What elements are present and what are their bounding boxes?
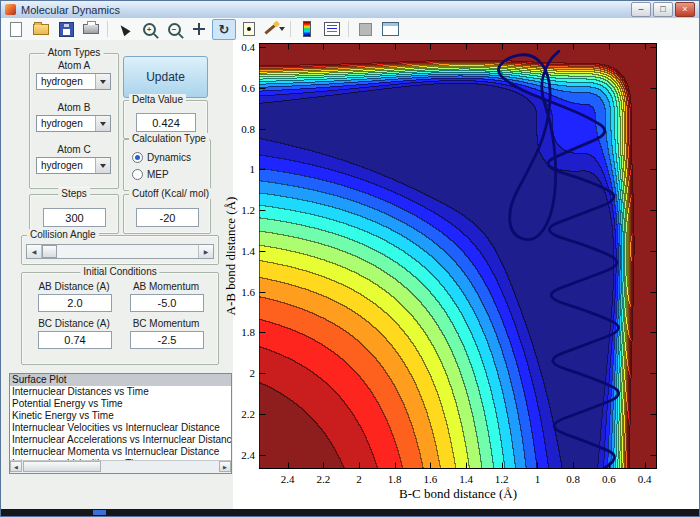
dropdown-value: hydrogen xyxy=(37,158,95,173)
show-plot-tools-icon xyxy=(382,22,399,36)
y-tick-label: 2.2 xyxy=(229,408,255,420)
ab-distance-a-field[interactable]: 2.0 xyxy=(38,294,112,312)
potential-surface-canvas[interactable] xyxy=(259,43,657,469)
pan-button[interactable] xyxy=(187,19,211,40)
hide-plot-tools-icon xyxy=(359,23,372,36)
chevron-down-icon xyxy=(100,80,106,84)
radio-label: MEP xyxy=(147,169,169,180)
x-tick-label: 0.4 xyxy=(638,473,652,485)
list-item[interactable]: Surface Plot xyxy=(10,374,231,386)
x-tick-label: 2.2 xyxy=(316,473,330,485)
x-tick-label: 2.4 xyxy=(281,473,295,485)
atom-b-label: Atom B xyxy=(30,102,118,113)
dropdown-arrow-button[interactable] xyxy=(95,74,110,89)
collision-angle-slider[interactable] xyxy=(26,244,214,259)
close-button[interactable]: × xyxy=(675,2,695,17)
window-controls: – □ × xyxy=(631,2,695,17)
calculation-type-panel: Calculation Type DynamicsMEP xyxy=(123,139,211,191)
dropdown-arrow-button[interactable] xyxy=(95,116,110,131)
toolbar: ↻ xyxy=(1,18,699,41)
dropdown-arrow-button[interactable] xyxy=(95,158,110,173)
bc-momentum-field[interactable]: -2.5 xyxy=(130,331,204,349)
edit-cursor-button[interactable] xyxy=(112,19,136,40)
title-bar[interactable]: Molecular Dynamics – □ × xyxy=(1,1,699,19)
delta-value-title: Delta Value xyxy=(129,94,186,105)
scroll-left-icon[interactable] xyxy=(10,461,22,472)
scrollbar-track[interactable] xyxy=(22,461,219,473)
zoom-in-button[interactable] xyxy=(137,19,161,40)
cutoff-title: Cutoff (Kcal/ mol) xyxy=(129,188,212,199)
zoom-out-icon xyxy=(168,23,181,36)
list-item[interactable]: Internuclear Distances vs Time xyxy=(10,386,231,398)
x-tick-label: 1.4 xyxy=(459,473,473,485)
atom-c-dropdown[interactable]: hydrogen xyxy=(36,157,111,174)
toolbar-separator xyxy=(290,21,291,37)
slider-thumb[interactable] xyxy=(42,245,57,258)
new-file-icon xyxy=(10,22,22,37)
dynamics-radio[interactable]: Dynamics xyxy=(132,152,191,163)
ab-momentum-field[interactable]: -5.0 xyxy=(130,294,204,312)
x-axis-label: B-C bond distance (Å) xyxy=(399,486,517,502)
insert-legend-icon xyxy=(324,22,340,36)
taskbar-app-chip[interactable] xyxy=(93,510,106,515)
toolbar-separator xyxy=(107,21,108,37)
list-item[interactable]: Internuclear Momenta vs Internuclear Dis… xyxy=(10,446,231,458)
insert-legend-button[interactable] xyxy=(320,19,344,40)
ab-distance-a-label: AB Distance (A) xyxy=(29,281,119,292)
save-figure-button[interactable] xyxy=(54,19,78,40)
bc-distance-a-field[interactable]: 0.74 xyxy=(38,331,112,349)
brush-data-icon xyxy=(264,24,275,34)
mep-radio[interactable]: MEP xyxy=(132,169,169,180)
y-tick-label: 1.4 xyxy=(229,245,255,257)
rotate-3d-button[interactable]: ↻ xyxy=(212,19,236,40)
collision-angle-title: Collision Angle xyxy=(27,229,99,240)
list-item[interactable]: Potential Energy vs Time xyxy=(10,398,231,410)
ab-momentum-label: AB Momentum xyxy=(121,281,211,292)
scroll-right-icon[interactable] xyxy=(219,461,231,472)
brush-data-button[interactable] xyxy=(262,19,286,40)
chevron-down-icon xyxy=(100,164,106,168)
open-file-button[interactable] xyxy=(29,19,53,40)
y-tick-label: 2.4 xyxy=(229,449,255,461)
list-item[interactable]: Internuclear Accelerations vs Internucle… xyxy=(10,434,231,446)
radio-icon xyxy=(132,169,143,180)
data-cursor-button[interactable] xyxy=(237,19,261,40)
cutoff-panel: Cutoff (Kcal/ mol) -20 xyxy=(123,194,211,234)
plot-type-listbox[interactable]: Surface PlotInternuclear Distances vs Ti… xyxy=(9,373,232,474)
open-file-icon xyxy=(33,24,49,35)
delta-value-field[interactable]: 0.424 xyxy=(136,113,196,132)
print-figure-icon xyxy=(83,24,99,34)
show-plot-tools-button[interactable] xyxy=(378,19,402,40)
atom-b-dropdown[interactable]: hydrogen xyxy=(36,115,111,132)
steps-panel: Steps 300 xyxy=(29,194,119,234)
cutoff-field[interactable]: -20 xyxy=(136,208,199,227)
bc-distance-a-label: BC Distance (A) xyxy=(29,318,119,329)
radio-icon xyxy=(132,152,143,163)
print-figure-button[interactable] xyxy=(79,19,103,40)
window-title: Molecular Dynamics xyxy=(21,4,120,16)
maximize-button[interactable]: □ xyxy=(653,2,673,17)
insert-colorbar-button[interactable] xyxy=(295,19,319,40)
app-window: Molecular Dynamics – □ × ↻ Atom Types At… xyxy=(0,0,700,517)
new-file-button[interactable] xyxy=(4,19,28,40)
slider-right-arrow-icon[interactable] xyxy=(198,245,213,258)
pan-icon xyxy=(193,23,205,35)
list-item[interactable]: Kinetic Energy vs Time xyxy=(10,410,231,422)
atom-types-title: Atom Types xyxy=(45,47,104,58)
edit-cursor-icon xyxy=(117,22,130,36)
x-tick-label: 1.2 xyxy=(495,473,509,485)
taskbar-sliver xyxy=(1,509,700,516)
atom-a-dropdown[interactable]: hydrogen xyxy=(36,73,111,90)
zoom-out-button[interactable] xyxy=(162,19,186,40)
hide-plot-tools-button[interactable] xyxy=(353,19,377,40)
steps-title: Steps xyxy=(58,188,90,199)
update-button[interactable]: Update xyxy=(123,56,208,98)
y-tick-label: 1.8 xyxy=(229,326,255,338)
list-item[interactable]: Internuclear Velocities vs Internuclear … xyxy=(10,422,231,434)
steps-field[interactable]: 300 xyxy=(43,208,106,227)
slider-left-arrow-icon[interactable] xyxy=(27,245,42,258)
listbox-hscrollbar[interactable] xyxy=(10,460,231,473)
scrollbar-thumb[interactable] xyxy=(23,461,101,472)
minimize-button[interactable]: – xyxy=(631,2,651,17)
insert-colorbar-icon xyxy=(303,21,311,37)
